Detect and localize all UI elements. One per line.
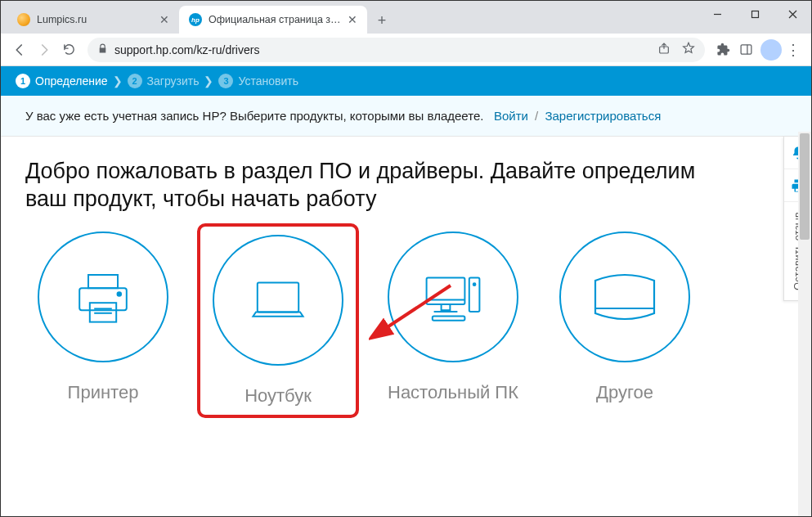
lock-icon xyxy=(97,43,108,56)
signin-prompt: У вас уже есть учетная запись HP? Выбери… xyxy=(25,109,483,123)
scrollbar-track[interactable] xyxy=(798,132,811,517)
highlight-box: Ноутбук xyxy=(197,223,359,418)
product-cards: Принтер Ноутбук xyxy=(25,232,787,410)
scrollbar-thumb[interactable] xyxy=(800,133,810,240)
svg-point-12 xyxy=(118,292,122,296)
address-bar[interactable]: support.hp.com/kz-ru/drivers xyxy=(87,38,705,62)
chevron-right-icon: ❯ xyxy=(204,74,213,88)
card-laptop[interactable]: Ноутбук xyxy=(209,235,348,407)
desktop-icon xyxy=(388,232,518,362)
url-text: support.hp.com/kz-ru/drivers xyxy=(114,43,259,56)
svg-point-19 xyxy=(473,283,476,285)
window-maximize-button[interactable] xyxy=(736,1,774,27)
step-download: 2 Загрузить xyxy=(128,74,200,88)
close-icon[interactable]: ✕ xyxy=(348,13,357,26)
card-label: Ноутбук xyxy=(244,385,312,407)
login-link[interactable]: Войти xyxy=(494,109,528,123)
window-close-button[interactable] xyxy=(774,1,811,27)
svg-rect-1 xyxy=(751,11,758,17)
side-panel-icon[interactable] xyxy=(734,38,757,61)
printer-icon xyxy=(38,232,168,362)
card-label: Другое xyxy=(596,382,653,403)
window-controls xyxy=(698,1,811,27)
favicon-lumpics xyxy=(17,13,30,26)
step-label: Загрузить xyxy=(147,74,200,88)
other-icon xyxy=(559,232,690,362)
close-icon[interactable]: ✕ xyxy=(159,13,169,26)
svg-rect-8 xyxy=(88,275,118,288)
page-title: Добро пожаловать в раздел ПО и драйверы.… xyxy=(25,158,737,214)
step-number: 3 xyxy=(218,74,233,88)
reload-button[interactable] xyxy=(56,38,81,62)
svg-rect-20 xyxy=(433,316,465,320)
separator: / xyxy=(535,109,538,123)
window-minimize-button[interactable] xyxy=(698,1,736,27)
forward-button[interactable] xyxy=(32,38,56,62)
signin-bar: У вас уже есть учетная запись HP? Выбери… xyxy=(1,96,811,137)
page-content: 1 Определение ❯ 2 Загрузить ❯ 3 Установи… xyxy=(1,66,811,517)
tab-title: Официальная страница загрузк xyxy=(209,14,343,25)
main-area: Добро пожаловать в раздел ПО и драйверы.… xyxy=(1,137,811,410)
extensions-icon[interactable] xyxy=(711,38,734,61)
back-button[interactable] xyxy=(7,38,32,62)
browser-chrome: Lumpics.ru ✕ hp Официальная страница заг… xyxy=(1,1,811,66)
browser-toolbar: support.hp.com/kz-ru/drivers ⋮ xyxy=(1,34,811,66)
card-label: Принтер xyxy=(68,382,139,403)
tab-hp-support[interactable]: hp Официальная страница загрузк ✕ xyxy=(179,6,367,34)
profile-avatar[interactable] xyxy=(760,39,782,61)
step-number: 2 xyxy=(128,74,142,88)
tab-title: Lumpics.ru xyxy=(37,14,155,25)
star-icon[interactable] xyxy=(682,42,695,57)
address-right-icons xyxy=(657,42,695,57)
card-other[interactable]: Другое xyxy=(555,232,694,410)
register-link[interactable]: Зарегистрироваться xyxy=(545,109,661,123)
favicon-hp: hp xyxy=(189,13,202,26)
step-label: Определение xyxy=(35,74,108,88)
step-install: 3 Установить xyxy=(218,74,298,88)
svg-rect-13 xyxy=(258,282,298,312)
new-tab-button[interactable]: + xyxy=(370,9,393,32)
card-desktop[interactable]: Настольный ПК xyxy=(384,232,523,410)
laptop-icon xyxy=(213,235,343,366)
card-printer[interactable]: Принтер xyxy=(34,232,173,410)
step-number: 1 xyxy=(16,74,30,88)
tab-strip: Lumpics.ru ✕ hp Официальная страница заг… xyxy=(1,1,811,34)
card-label: Настольный ПК xyxy=(388,382,518,403)
step-identify[interactable]: 1 Определение xyxy=(16,74,108,88)
share-icon[interactable] xyxy=(657,42,671,57)
step-label: Установить xyxy=(238,74,298,88)
chevron-right-icon: ❯ xyxy=(113,74,123,88)
menu-icon[interactable]: ⋮ xyxy=(782,38,805,61)
tab-lumpics[interactable]: Lumpics.ru ✕ xyxy=(7,6,179,34)
svg-rect-5 xyxy=(741,45,751,54)
steps-bar: 1 Определение ❯ 2 Загрузить ❯ 3 Установи… xyxy=(1,66,811,96)
svg-rect-16 xyxy=(442,304,451,310)
